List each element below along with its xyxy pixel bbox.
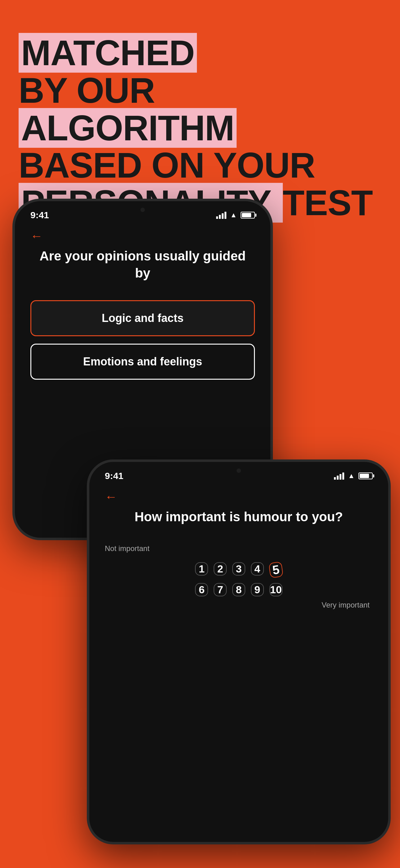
phone-2: 9:41 ▲ ← How important is humour to you?… [87, 460, 391, 844]
hero-section: MATCHED BY OUR ALGORITHM BASED ON YOUR P… [19, 34, 381, 222]
phone-1-time: 9:41 [30, 210, 49, 220]
back-button-1[interactable]: ← [30, 229, 43, 243]
num-7[interactable]: 7 [214, 583, 227, 596]
num-4[interactable]: 4 [251, 562, 264, 576]
option-emotions[interactable]: Emotions and feelings [30, 344, 255, 380]
wifi-icon-2: ▲ [348, 472, 355, 480]
num-8[interactable]: 8 [232, 583, 245, 596]
hero-line-3: BASED ON YOUR [19, 147, 381, 184]
number-grid: 1 2 3 4 5 6 7 8 9 10 [192, 562, 285, 596]
num-2[interactable]: 2 [214, 562, 227, 576]
wifi-icon: ▲ [230, 211, 237, 219]
num-9[interactable]: 9 [251, 583, 264, 596]
battery-icon-2 [359, 472, 373, 479]
scale-min-label: Not important [105, 544, 149, 553]
hero-line-2: BY OUR ALGORITHM [19, 72, 381, 147]
scale-min-label-row: Not important [105, 544, 373, 553]
scale-max-label: Very important [322, 601, 370, 610]
battery-icon [241, 212, 255, 219]
phone-2-content: How important is humour to you? Not impo… [89, 508, 388, 610]
hero-line-1: MATCHED [19, 34, 381, 72]
phone-2-status-icons: ▲ [334, 472, 373, 480]
num-1[interactable]: 1 [195, 562, 208, 576]
question-2: How important is humour to you? [135, 508, 343, 526]
num-10[interactable]: 10 [269, 583, 282, 596]
phone-1-status-icons: ▲ [216, 211, 255, 219]
num-3[interactable]: 3 [232, 562, 245, 576]
phone-2-time: 9:41 [105, 471, 124, 481]
option-logic[interactable]: Logic and facts [30, 300, 255, 336]
signal-icon [216, 212, 226, 219]
num-6[interactable]: 6 [195, 583, 208, 596]
phone-1-content: Are your opinions usually guided by Logi… [15, 248, 270, 387]
num-5[interactable]: 5 [269, 561, 284, 578]
phone-1-notch [124, 206, 161, 214]
back-button-2[interactable]: ← [105, 490, 117, 504]
signal-icon-2 [334, 472, 344, 479]
scale-labels-row: Very important [105, 601, 373, 610]
question-1: Are your opinions usually guided by [30, 248, 255, 282]
phone-2-notch [220, 466, 257, 475]
